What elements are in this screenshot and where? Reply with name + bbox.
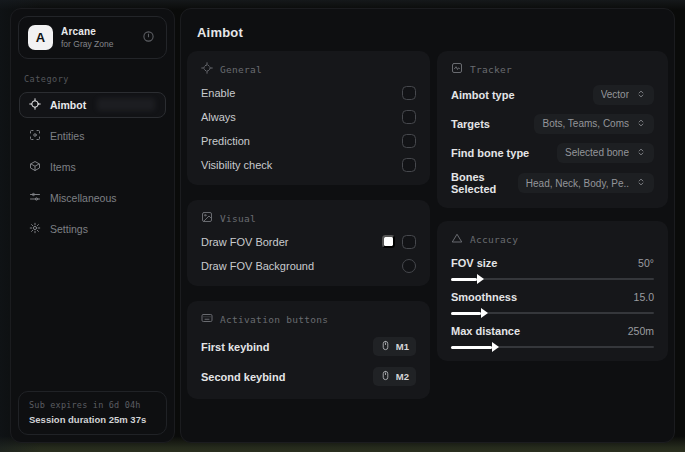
activation-card: Activation buttons First keybind M1 Seco… <box>187 301 430 399</box>
activation-card-header: Activation buttons <box>201 312 416 326</box>
app-header: A Arcane for Gray Zone <box>18 16 167 59</box>
setting-row: Always <box>201 109 416 124</box>
session-duration-text: Session duration 25m 37s <box>29 414 156 425</box>
border-controls <box>382 235 416 249</box>
visual-card-header: Visual <box>201 211 416 225</box>
slider-label: FOV size <box>451 257 497 269</box>
setting-row: Enable <box>201 85 416 100</box>
visual-card-title: Visual <box>220 213 256 224</box>
sidebar-item-miscellaneous[interactable]: Miscellaneous <box>19 185 166 211</box>
setting-label: Find bone type <box>451 147 529 159</box>
setting-row: Draw FOV Border <box>201 234 416 249</box>
draw-fov-background-checkbox[interactable] <box>402 259 416 273</box>
sidebar: A Arcane for Gray Zone Category Aimbot E… <box>10 8 175 443</box>
sidebar-item-entities[interactable]: Entities <box>19 123 166 149</box>
gear-icon <box>29 222 41 236</box>
slider-label: Smoothness <box>451 291 517 303</box>
crosshair-icon <box>201 62 213 76</box>
visibility-check-checkbox[interactable] <box>402 158 416 172</box>
setting-row: Bones Selected Head, Neck, Body, Pe.. <box>451 171 654 195</box>
setting-label: Targets <box>451 118 490 130</box>
slider-labels: FOV size 50° <box>451 255 654 270</box>
sub-expires-text: Sub expires in 6d 04h <box>29 400 156 410</box>
fov-size-slider[interactable] <box>451 278 654 280</box>
unfold-icon <box>636 118 646 130</box>
unfold-icon <box>636 177 646 189</box>
aimbot-type-dropdown[interactable]: Vector <box>593 85 654 105</box>
slider-labels: Max distance 250m <box>451 323 654 338</box>
cube-icon <box>29 160 41 174</box>
power-icon <box>142 30 155 46</box>
app-name: Arcane <box>61 26 113 37</box>
sidebar-item-label: Miscellaneous <box>50 192 117 204</box>
setting-label: Draw FOV Background <box>201 260 314 272</box>
max-distance-group: Max distance 250m <box>451 323 654 348</box>
general-card: General Enable Always Prediction Visibil… <box>187 51 430 185</box>
slider-labels: Smoothness 15.0 <box>451 289 654 304</box>
sidebar-item-label: Aimbot <box>50 99 86 111</box>
sliders-icon <box>29 191 41 205</box>
setting-label: Bones Selected <box>451 171 518 195</box>
main-panel: Aimbot General Enable Always <box>180 8 675 443</box>
dropdown-value: Bots, Teams, Coms <box>542 118 629 129</box>
setting-label: Draw FOV Border <box>201 236 288 248</box>
sidebar-item-items[interactable]: Items <box>19 154 166 180</box>
slider-value: 250m <box>628 325 654 337</box>
dropdown-value: Head, Neck, Body, Pe.. <box>526 178 629 189</box>
slider-fill <box>451 278 477 281</box>
setting-row: Find bone type Selected bone <box>451 142 654 163</box>
setting-label: Visibility check <box>201 159 272 171</box>
visual-card: Visual Draw FOV Border Draw FOV Backgrou… <box>187 200 430 286</box>
slider-label: Max distance <box>451 325 520 337</box>
accuracy-card-header: Accuracy <box>451 232 654 246</box>
subscription-footer: Sub expires in 6d 04h Session duration 2… <box>18 391 167 435</box>
app-title-block: Arcane for Gray Zone <box>61 26 113 49</box>
activation-card-title: Activation buttons <box>220 314 328 325</box>
targets-dropdown[interactable]: Bots, Teams, Coms <box>534 114 654 134</box>
accuracy-card-title: Accuracy <box>470 234 518 245</box>
setting-row: Visibility check <box>201 157 416 172</box>
unfold-icon <box>636 89 646 101</box>
sidebar-nav: Aimbot Entities Items Miscellaneous S <box>11 92 174 242</box>
bones-selected-dropdown[interactable]: Head, Neck, Body, Pe.. <box>518 173 654 193</box>
max-distance-slider[interactable] <box>451 346 654 348</box>
sidebar-item-settings[interactable]: Settings <box>19 216 166 242</box>
power-button[interactable] <box>140 28 157 48</box>
first-keybind-button[interactable]: M1 <box>373 337 416 356</box>
scan-icon <box>29 129 41 143</box>
setting-row: Draw FOV Background <box>201 258 416 273</box>
setting-row: First keybind M1 <box>201 337 416 356</box>
setting-label: Prediction <box>201 135 250 147</box>
keybind-value: M2 <box>396 371 409 382</box>
tracker-card-header: Tracker <box>451 62 654 76</box>
slider-fill <box>451 346 492 349</box>
general-card-header: General <box>201 62 416 76</box>
smoothness-slider[interactable] <box>451 312 654 314</box>
keybind-value: M1 <box>396 341 409 352</box>
enable-checkbox[interactable] <box>402 86 416 100</box>
sidebar-item-label: Entities <box>50 130 84 142</box>
find-bone-type-dropdown[interactable]: Selected bone <box>557 143 654 163</box>
draw-fov-border-checkbox[interactable] <box>402 235 416 249</box>
sidebar-item-aimbot[interactable]: Aimbot <box>19 92 166 118</box>
setting-row: Second keybind M2 <box>201 367 416 386</box>
setting-row: Prediction <box>201 133 416 148</box>
watermark <box>97 98 155 111</box>
content-grid: General Enable Always Prediction Visibil… <box>181 51 674 399</box>
left-column: General Enable Always Prediction Visibil… <box>187 51 430 399</box>
page-title: Aimbot <box>181 9 674 51</box>
keyboard-icon <box>201 312 213 326</box>
setting-row: Targets Bots, Teams, Coms <box>451 113 654 134</box>
setting-label: Always <box>201 111 236 123</box>
tracker-card-title: Tracker <box>470 64 512 75</box>
dropdown-value: Vector <box>601 89 629 100</box>
setting-label: First keybind <box>201 341 269 353</box>
fov-border-color-swatch[interactable] <box>382 235 395 248</box>
app-logo: A <box>28 25 53 50</box>
second-keybind-button[interactable]: M2 <box>373 367 416 386</box>
always-checkbox[interactable] <box>402 110 416 124</box>
right-column: Tracker Aimbot type Vector Targets Bots,… <box>437 51 668 361</box>
mouse-icon <box>380 370 391 383</box>
prediction-checkbox[interactable] <box>402 134 416 148</box>
triangle-icon <box>451 232 463 246</box>
